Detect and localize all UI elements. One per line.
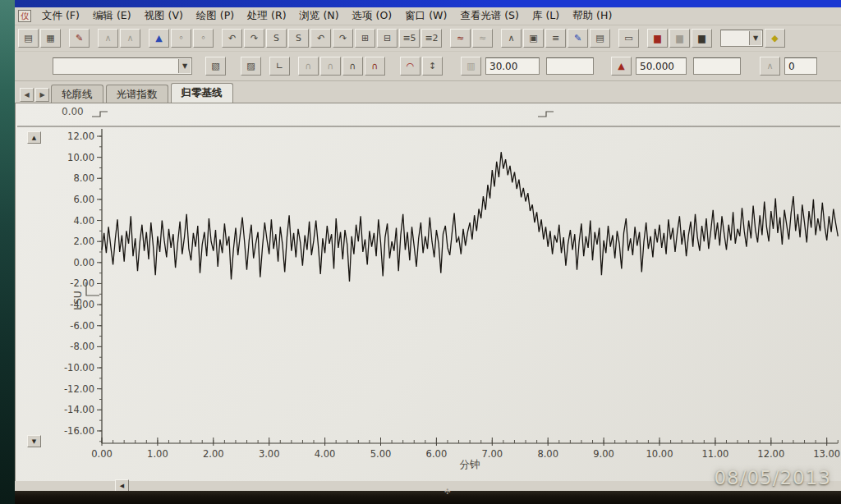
toolbar-separator [215,30,220,48]
y-scroll-down-button[interactable]: ▼ [27,435,41,447]
peak-edit-icon[interactable]: ∧ [98,29,118,48]
peak-width-icon[interactable]: ▲ [611,57,632,76]
menu-item-n[interactable]: 浏览 (N) [294,7,345,25]
svg-text:2.00: 2.00 [203,448,224,460]
zoom-chromatogram-icon[interactable]: ∩ [320,57,341,76]
equal-2-icon[interactable]: ≡2 [421,29,442,48]
scale-axes-icon[interactable]: ∟ [269,57,290,76]
print-chromatogram-icon[interactable]: ▨ [241,57,261,76]
copy-pages-icon[interactable]: ▣ [523,29,544,48]
overlay-chromatograms-icon[interactable]: ∩ [298,57,319,76]
eraser-icon[interactable]: ◆ [765,29,785,48]
chevron-down-icon[interactable]: ▼ [749,31,761,45]
redo-icon[interactable]: ↷ [244,29,264,48]
scale-peaks-icon[interactable]: ∩ [342,57,363,76]
menu-item-f[interactable]: 文件 (F) [36,7,85,25]
toolbar-row-1: ▤▦✎∧∧▲◦◦↶↷SS↶↷⊞⊟≡5≡2≈≈∧▣≡✎▤▭▆▆▆▼◆ [15,25,841,52]
application-window: 仪 文件 (F)编辑 (E)视图 (V)绘图 (P)处理 (R)浏览 (N)选项… [15,0,841,491]
threshold-aux-input[interactable] [546,57,594,75]
peak-updown-icon[interactable]: ↕ [422,57,443,76]
menu-item-w[interactable]: 窗口 (W) [399,7,453,25]
save-data-icon[interactable]: ▦ [40,29,61,48]
open-data-icon[interactable]: ▤ [18,29,39,48]
menu-item-v[interactable]: 视图 (V) [139,7,189,25]
tab-strip: ◀ ▶ 轮廓线光谱指数归零基线 [15,81,841,103]
report-preview-icon[interactable]: ▧ [205,57,226,76]
edit-blue-pen-icon[interactable]: ✎ [568,29,588,48]
chevron-down-icon[interactable]: ▼ [178,59,191,73]
tab-scroll-right-icon[interactable]: ▶ [35,88,49,102]
svg-text:10.00: 10.00 [646,448,673,460]
equalize-icon[interactable]: ≡ [545,29,566,48]
menu-item-r[interactable]: 处理 (R) [241,7,292,25]
x-axis-label: 分钟 [460,458,480,470]
svg-text:3.00: 3.00 [259,448,280,460]
library-red-book-icon[interactable]: ▆ [647,29,668,48]
area-reject-input[interactable] [784,57,817,75]
y-axis-label: LSU [71,291,84,310]
svg-text:2.00: 2.00 [73,236,94,247]
peak-window-icon[interactable]: ∧ [501,29,522,48]
svg-text:8.00: 8.00 [73,172,94,184]
y-scroll-up-button[interactable]: ▲ [27,131,41,144]
menu-item-l[interactable]: 库 (L) [526,7,565,25]
copy-add-icon[interactable]: ⊞ [355,29,375,48]
svg-text:4.00: 4.00 [73,215,94,227]
baseline-chart-canvas[interactable]: 12.0010.008.006.004.002.000.00-2.00-4.00… [16,103,841,482]
svg-text:9.00: 9.00 [593,448,614,460]
area-reject-icon[interactable]: ∧ [760,57,780,76]
undo-boxed-icon[interactable]: S [266,29,287,48]
drop-baseline-edit-icon[interactable]: ◦ [193,29,214,48]
peak-width-input[interactable] [636,57,687,75]
peak-width-aux-input[interactable] [693,57,741,75]
camera-date-stamp: 08/05/2013 [714,467,831,488]
threshold-input[interactable] [485,57,540,75]
drop-redo-icon[interactable]: ↷ [333,29,353,48]
toolbar-separator [714,30,719,48]
undo-icon[interactable]: ↶ [222,29,242,48]
toolbar-row-2: ▼▧▨∟∩∩∩∩◠↕▥▲∧ [15,52,841,81]
svg-text:-10.00: -10.00 [64,362,94,373]
smooth-signal-icon[interactable]: ≈ [450,29,471,48]
view-mode-combo[interactable]: ▼ [720,30,763,47]
tab-2[interactable]: 光谱指数 [106,85,168,103]
toolbar-separator [641,30,646,48]
gradient-step-mark [538,112,554,117]
integrate-chromatogram-icon[interactable]: ▲ [149,29,169,48]
drop-undo-icon[interactable]: ↶ [310,29,331,48]
smooth-signal-off-icon[interactable]: ≈ [472,29,493,48]
tab-3[interactable]: 归零基线 [171,83,233,103]
chart-panel: 0.00 ▲ ▼ 12.0010.008.006.004.002.000.00-… [15,103,841,481]
menu-item-h[interactable]: 帮助 (H) [567,7,618,25]
toolbar-separator [62,30,67,48]
app-window-icon[interactable]: 仪 [18,10,31,22]
menu-item-s[interactable]: 查看光谱 (S) [454,7,525,25]
baseline-dome-icon[interactable]: ◠ [400,57,420,76]
drop-baseline-icon[interactable]: ◦ [171,29,191,48]
x-scroll-left-button[interactable]: ◀ [115,479,129,492]
svg-text:-2.00: -2.00 [70,277,94,289]
redo-boxed-icon[interactable]: S [288,29,309,48]
svg-text:0.00: 0.00 [91,448,113,460]
tab-scroll-left-icon[interactable]: ◀ [20,88,34,102]
peak-edit-alt-icon[interactable]: ∧ [120,29,140,48]
tab-1[interactable]: 轮廓线 [51,85,103,103]
svg-text:11.00: 11.00 [701,448,728,460]
library-books-icon[interactable]: ▆ [669,29,690,48]
toolbar-separator [292,57,296,76]
baseline-signal-trace [102,152,838,282]
print-icon[interactable]: ▭ [618,29,639,48]
autoscale-peaks-icon[interactable]: ∩ [365,57,385,76]
library-dark-book-icon[interactable]: ▆ [692,29,712,48]
menu-item-o[interactable]: 选项 (O) [347,7,398,25]
equal-5-icon[interactable]: ≡5 [399,29,420,48]
gradient-start-label: 0.00 [62,106,84,117]
menu-item-e[interactable]: 编辑 (E) [87,7,137,25]
signal-select-combo[interactable]: ▼ [53,57,192,75]
threshold-icon[interactable]: ▥ [461,57,481,76]
menu-item-p[interactable]: 绘图 (P) [191,7,240,25]
annotate-pen-icon[interactable]: ✎ [69,29,90,48]
clipboard-icon[interactable]: ▤ [590,29,610,48]
svg-text:0.00: 0.00 [73,257,94,268]
paste-merge-icon[interactable]: ⊟ [377,29,398,48]
